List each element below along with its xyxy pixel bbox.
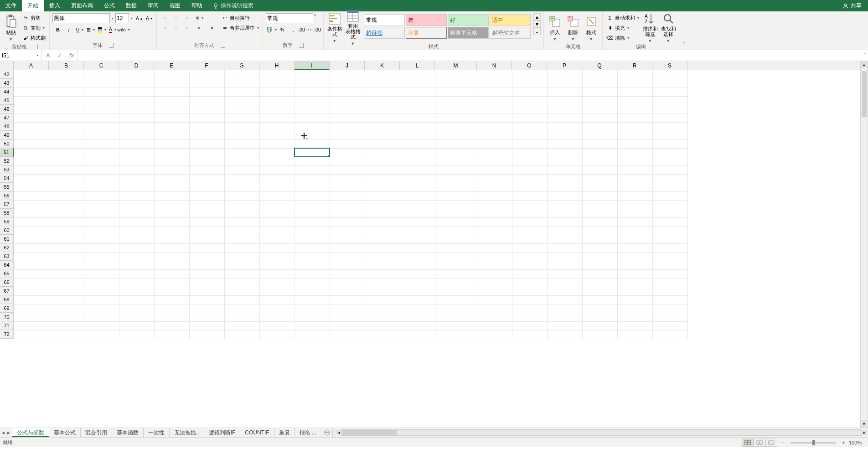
cell-E63[interactable] [154,252,189,261]
cell-F53[interactable] [189,165,224,174]
cell-Q57[interactable] [582,200,617,209]
cell-S57[interactable] [652,200,687,209]
cell-M67[interactable] [435,287,477,295]
cell-I59[interactable] [294,217,330,226]
cell-P70[interactable] [547,313,582,321]
row-header-48[interactable]: 48 [0,122,14,131]
cell-P43[interactable] [547,79,582,88]
cell-R59[interactable] [617,217,652,226]
cell-A46[interactable] [14,105,49,114]
row-header-65[interactable]: 65 [0,269,14,278]
cell-L63[interactable] [400,252,435,261]
cell-C56[interactable] [84,191,119,200]
cell-G60[interactable] [224,226,259,235]
cell-K55[interactable] [365,183,400,191]
cell-F50[interactable] [189,139,224,148]
cell-O51[interactable] [512,148,547,157]
row-header-54[interactable]: 54 [0,174,14,183]
view-page-break-button[interactable] [765,439,777,447]
cell-D68[interactable] [119,295,154,304]
cell-G48[interactable] [224,122,259,131]
clear-button[interactable]: ⌫清除 [605,33,640,42]
cell-B52[interactable] [49,157,84,165]
cell-G61[interactable] [224,235,259,243]
cell-S42[interactable] [652,70,687,79]
font-dialog-launcher[interactable] [109,43,114,48]
scroll-up-button[interactable]: ▴ [861,61,868,68]
cell-M65[interactable] [435,269,477,278]
cell-F43[interactable] [189,79,224,88]
cell-E52[interactable] [154,157,189,165]
column-header-C[interactable]: C [84,61,119,70]
cell-O55[interactable] [512,183,547,191]
cell-G62[interactable] [224,243,259,252]
cell-Q67[interactable] [582,287,617,295]
row-header-52[interactable]: 52 [0,157,14,165]
cell-O43[interactable] [512,79,547,88]
vscroll-thumb[interactable] [862,71,867,117]
cell-B58[interactable] [49,209,84,217]
cell-I42[interactable] [294,70,330,79]
cell-F55[interactable] [189,183,224,191]
chevron-down-icon[interactable]: ▾ [130,16,134,21]
font-name-input[interactable] [52,13,110,23]
format-cells-button[interactable]: 格式▾ [583,13,599,42]
row-header-46[interactable]: 46 [0,105,14,114]
cell-E44[interactable] [154,88,189,96]
cell-L51[interactable] [400,148,435,157]
cell-G56[interactable] [224,191,259,200]
cell-D56[interactable] [119,191,154,200]
cell-C65[interactable] [84,269,119,278]
cell-J46[interactable] [330,105,365,114]
cell-Q68[interactable] [582,295,617,304]
cell-M58[interactable] [435,209,477,217]
cell-R62[interactable] [617,243,652,252]
bold-button[interactable]: B [52,25,63,34]
column-header-G[interactable]: G [224,61,259,70]
cell-O42[interactable] [512,70,547,79]
cell-M71[interactable] [435,321,477,330]
fill-color-button[interactable]: ⬒ [96,25,107,34]
cell-M69[interactable] [435,304,477,313]
cell-P53[interactable] [547,165,582,174]
cell-D70[interactable] [119,313,154,321]
orientation-button[interactable]: ⤭ [194,13,216,22]
cell-F47[interactable] [189,114,224,122]
cell-D48[interactable] [119,122,154,131]
cell-K66[interactable] [365,278,400,287]
tab-data[interactable]: 数据 [120,0,142,11]
cell-G63[interactable] [224,252,259,261]
cell-K47[interactable] [365,114,400,122]
tell-me-search[interactable]: 操作说明搜索 [208,2,258,10]
column-header-B[interactable]: B [49,61,84,70]
cell-R58[interactable] [617,209,652,217]
cell-B72[interactable] [49,330,84,339]
cell-H59[interactable] [259,217,294,226]
gallery-up-button[interactable]: ▴ [533,13,541,21]
tab-review[interactable]: 审阅 [142,0,164,11]
cell-A71[interactable] [14,321,49,330]
cell-K57[interactable] [365,200,400,209]
cell-N45[interactable] [477,96,512,105]
cell-B45[interactable] [49,96,84,105]
cell-B61[interactable] [49,235,84,243]
cell-I47[interactable] [294,114,330,122]
row-header-47[interactable]: 47 [0,114,14,122]
row-header-68[interactable]: 68 [0,295,14,304]
cell-C59[interactable] [84,217,119,226]
wrap-text-button[interactable]: ↩自动换行 [220,13,260,22]
cell-O59[interactable] [512,217,547,226]
align-left-button[interactable]: ≡ [160,23,170,32]
style-good[interactable]: 好 [448,14,489,26]
cell-H47[interactable] [259,114,294,122]
cell-Q52[interactable] [582,157,617,165]
cell-F56[interactable] [189,191,224,200]
cell-M62[interactable] [435,243,477,252]
cell-B66[interactable] [49,278,84,287]
merge-center-button[interactable]: ⬌合并后居中 [220,23,260,32]
cell-I63[interactable] [294,252,330,261]
cell-O68[interactable] [512,295,547,304]
gallery-down-button[interactable]: ▾ [533,21,541,28]
copy-button[interactable]: ⧉复制▾ [21,23,46,32]
cell-R42[interactable] [617,70,652,79]
